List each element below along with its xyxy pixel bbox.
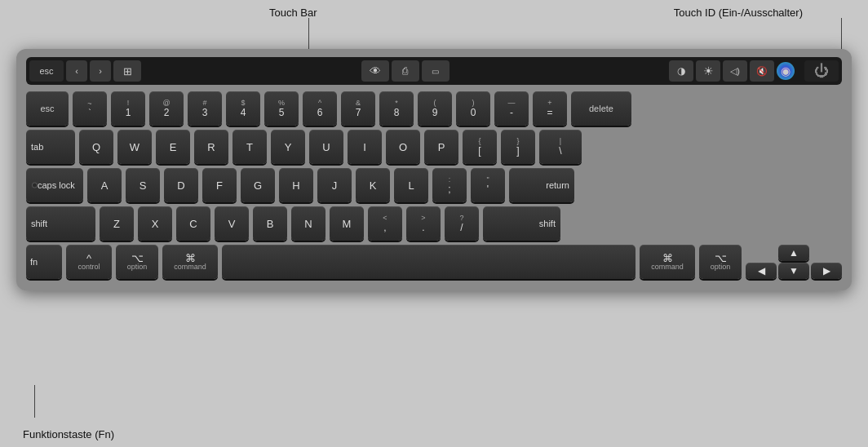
key-delete[interactable]: delete: [571, 91, 631, 126]
key-o[interactable]: O: [386, 130, 420, 164]
key-option-left[interactable]: ⌥ option: [116, 245, 158, 279]
key-capslock[interactable]: caps lock: [26, 168, 83, 202]
key-arrow-down[interactable]: ▼: [778, 263, 809, 279]
touch-id-label: Touch ID (Ein-/Ausschalter): [674, 7, 803, 19]
key-u[interactable]: U: [309, 130, 343, 164]
key-1[interactable]: ! 1: [111, 91, 145, 126]
key-w[interactable]: W: [117, 130, 152, 164]
tb-esc-key[interactable]: esc: [29, 60, 64, 82]
key-y[interactable]: Y: [271, 130, 305, 164]
tb-grid-key[interactable]: ⊞: [113, 60, 141, 82]
qwerty-row: tab Q W E R T Y U I O P { [ } ] | \: [26, 130, 842, 164]
arrow-cluster: ▲ ◀ ▼ ▶: [746, 245, 842, 279]
key-q[interactable]: Q: [79, 130, 113, 164]
key-command-left[interactable]: ⌘ command: [162, 245, 218, 279]
keyboard: esc ‹ › ⊞ 👁 ⎙ ▭ ◑ ☀ ◁) 🔇 ◉ ⏻ esc ~ ` ! 1: [16, 49, 852, 290]
keyboard-rows: esc ~ ` ! 1 @ 2 # 3 $ 4 % 5: [26, 91, 842, 279]
tb-back-key[interactable]: ‹: [66, 60, 87, 82]
key-tab[interactable]: tab: [26, 130, 75, 164]
key-equal[interactable]: + =: [533, 91, 567, 126]
asdf-row: caps lock A S D F G H J K L : ; " ' retu…: [26, 168, 842, 202]
tb-power-key[interactable]: ⏻: [804, 60, 839, 82]
tb-dictation-key[interactable]: ▭: [422, 60, 450, 82]
key-g[interactable]: G: [241, 168, 275, 202]
key-semicolon[interactable]: : ;: [432, 168, 467, 202]
key-2[interactable]: @ 2: [149, 91, 184, 126]
key-arrow-right[interactable]: ▶: [811, 263, 842, 279]
key-slash[interactable]: ? /: [445, 206, 479, 241]
tb-bright-down-key[interactable]: ◑: [669, 60, 693, 82]
fn-line: [34, 385, 35, 418]
key-quote[interactable]: " ': [471, 168, 505, 202]
key-lbracket[interactable]: { [: [463, 130, 497, 164]
bottom-row: fn ^ control ⌥ option ⌘ command ⌘ comman…: [26, 245, 842, 279]
key-comma[interactable]: < ,: [368, 206, 402, 241]
tb-mute-key[interactable]: 🔇: [750, 60, 774, 82]
key-tilde[interactable]: ~ `: [73, 91, 107, 126]
key-8[interactable]: * 8: [379, 91, 414, 126]
number-row: esc ~ ` ! 1 @ 2 # 3 $ 4 % 5: [26, 91, 842, 126]
touch-bar-label: Touch Bar: [269, 7, 317, 19]
tb-vol-key[interactable]: ◁): [723, 60, 747, 82]
key-0[interactable]: ) 0: [456, 91, 490, 126]
touch-bar-annotation: Touch Bar: [269, 7, 317, 19]
key-e[interactable]: E: [156, 130, 190, 164]
key-command-right[interactable]: ⌘ command: [640, 245, 695, 279]
key-minus[interactable]: — -: [494, 91, 529, 126]
key-r[interactable]: R: [194, 130, 228, 164]
key-6[interactable]: ^ 6: [303, 91, 337, 126]
key-control[interactable]: ^ control: [66, 245, 112, 279]
key-j[interactable]: J: [317, 168, 352, 202]
key-rbracket[interactable]: } ]: [501, 130, 535, 164]
fn-label: Funktionstaste (Fn): [23, 428, 114, 440]
key-4[interactable]: $ 4: [226, 91, 260, 126]
key-shift-left[interactable]: shift: [26, 206, 95, 241]
key-arrow-up[interactable]: ▲: [778, 245, 809, 261]
key-t[interactable]: T: [232, 130, 267, 164]
key-h[interactable]: H: [279, 168, 313, 202]
key-option-right[interactable]: ⌥ option: [699, 245, 742, 279]
tb-share-key[interactable]: ⎙: [392, 60, 419, 82]
key-z[interactable]: Z: [100, 206, 134, 241]
key-v[interactable]: V: [215, 206, 249, 241]
key-i[interactable]: I: [348, 130, 382, 164]
key-k[interactable]: K: [356, 168, 390, 202]
key-c[interactable]: C: [176, 206, 210, 241]
key-7[interactable]: & 7: [341, 91, 375, 126]
key-return[interactable]: return: [509, 168, 574, 202]
tb-fwd-key[interactable]: ›: [90, 60, 111, 82]
key-f[interactable]: F: [202, 168, 237, 202]
key-9[interactable]: ( 9: [418, 91, 452, 126]
key-esc[interactable]: esc: [26, 91, 69, 126]
key-l[interactable]: L: [394, 168, 428, 202]
key-a[interactable]: A: [87, 168, 122, 202]
tb-siri-key[interactable]: ◉: [777, 62, 795, 80]
key-p[interactable]: P: [424, 130, 458, 164]
arrow-bottom-row: ◀ ▼ ▶: [746, 263, 842, 279]
key-5[interactable]: % 5: [264, 91, 299, 126]
zxcv-row: shift Z X C V B N M < , > . ? / shift: [26, 206, 842, 241]
capslock-dot: [33, 184, 37, 188]
key-arrow-left[interactable]: ◀: [746, 263, 777, 279]
key-m[interactable]: M: [330, 206, 364, 241]
touch-bar: esc ‹ › ⊞ 👁 ⎙ ▭ ◑ ☀ ◁) 🔇 ◉ ⏻: [26, 57, 842, 85]
arrow-up-row: ▲: [746, 245, 842, 261]
touch-id-annotation: Touch ID (Ein-/Ausschalter): [674, 7, 803, 19]
key-spacebar[interactable]: [222, 245, 636, 279]
tb-bright-up-key[interactable]: ☀: [696, 60, 720, 82]
key-shift-right[interactable]: shift: [483, 206, 560, 241]
key-backslash[interactable]: | \: [539, 130, 582, 164]
key-3[interactable]: # 3: [188, 91, 222, 126]
key-s[interactable]: S: [126, 168, 160, 202]
tb-reader-key[interactable]: 👁: [361, 60, 389, 82]
key-period[interactable]: > .: [406, 206, 441, 241]
key-n[interactable]: N: [291, 206, 326, 241]
fn-annotation: Funktionstaste (Fn): [23, 428, 114, 440]
key-b[interactable]: B: [253, 206, 287, 241]
key-fn[interactable]: fn: [26, 245, 62, 279]
key-d[interactable]: D: [164, 168, 198, 202]
key-x[interactable]: X: [138, 206, 172, 241]
